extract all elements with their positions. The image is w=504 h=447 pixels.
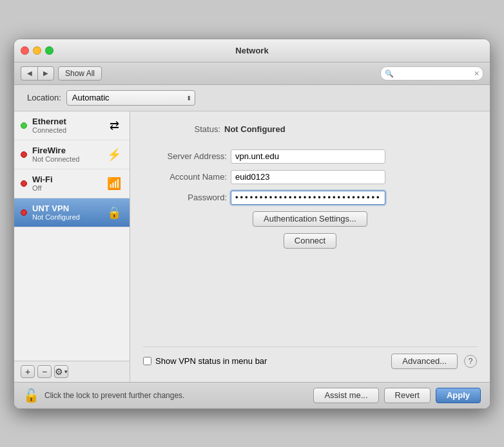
apply-button[interactable]: Apply (436, 388, 481, 403)
firewire-status: Not Connected (32, 155, 100, 163)
forward-button[interactable]: ▶ (37, 66, 54, 81)
untvpn-name: UNT VPN (32, 204, 100, 213)
add-button[interactable]: + (21, 365, 35, 378)
assist-me-button[interactable]: Assist me... (313, 388, 378, 403)
connect-row: Connect (143, 233, 477, 249)
password-label: Password: (143, 193, 227, 202)
status-field-value: Not Configured (224, 124, 286, 134)
status-field-label: Status: (143, 124, 220, 134)
ethernet-name: Ethernet (32, 117, 100, 126)
search-icon: 🔍 (385, 69, 394, 77)
server-address-label: Server Address: (143, 151, 227, 161)
vpn-lock-icon: 🔒 (105, 204, 123, 222)
ethernet-status-dot (21, 122, 27, 129)
show-all-button[interactable]: Show All (58, 66, 102, 81)
sidebar-item-untvpn[interactable]: UNT VPN Not Configured 🔒 (14, 198, 130, 227)
location-select[interactable]: Automatic Edit Locations... (66, 90, 195, 106)
wifi-status: Off (32, 184, 100, 192)
server-address-row: Server Address: (143, 149, 477, 164)
back-button[interactable]: ◀ (21, 66, 37, 81)
minimize-button[interactable] (33, 46, 41, 55)
server-address-input[interactable] (231, 149, 385, 164)
location-bar: Location: Automatic Edit Locations... (14, 85, 490, 111)
traffic-lights (21, 46, 53, 55)
location-select-wrap: Automatic Edit Locations... (66, 90, 195, 106)
bottom-bar: 🔓 Click the lock to prevent further chan… (14, 382, 490, 408)
advanced-button[interactable]: Advanced... (391, 354, 458, 369)
help-button[interactable]: ? (464, 355, 477, 368)
ethernet-status: Connected (32, 126, 100, 134)
wifi-icon: 📶 (105, 175, 123, 193)
network-window: Network ◀ ▶ Show All 🔍 ✕ Location: Autom… (14, 39, 490, 409)
window-title: Network (235, 46, 268, 55)
search-clear-icon[interactable]: ✕ (474, 69, 480, 77)
close-button[interactable] (21, 46, 29, 55)
vpn-status-checkbox-label: Show VPN status in menu bar (155, 356, 267, 366)
status-row: Status: Not Configured (143, 124, 477, 134)
vpn-status-checkbox-wrap: Show VPN status in menu bar (143, 356, 267, 366)
bottom-buttons: Assist me... Revert Apply (313, 388, 481, 403)
nav-button-group: ◀ ▶ (21, 66, 54, 81)
account-name-row: Account Name: (143, 170, 477, 184)
detail-footer: Show VPN status in menu bar Advanced... … (143, 347, 477, 369)
revert-button[interactable]: Revert (384, 388, 431, 403)
titlebar: Network (14, 39, 490, 62)
sidebar-footer: + − ⚙ ▾ (14, 361, 130, 382)
sidebar-list: Ethernet Connected ⇄ FireWire Not Connec… (14, 111, 130, 361)
untvpn-status-dot (21, 209, 27, 216)
password-input[interactable] (231, 191, 385, 205)
account-name-label: Account Name: (143, 172, 227, 182)
location-label: Location: (27, 93, 61, 102)
main-content: Ethernet Connected ⇄ FireWire Not Connec… (14, 111, 490, 382)
wifi-status-dot (21, 180, 27, 187)
ethernet-icon: ⇄ (105, 117, 123, 135)
firewire-status-dot (21, 151, 27, 158)
wifi-name: Wi-Fi (32, 175, 100, 184)
sidebar-item-ethernet[interactable]: Ethernet Connected ⇄ (14, 111, 130, 140)
sidebar-item-firewire[interactable]: FireWire Not Connected ⚡ (14, 140, 130, 169)
remove-button[interactable]: − (37, 365, 52, 378)
chevron-down-icon: ▾ (64, 368, 68, 375)
lock-icon[interactable]: 🔓 (23, 388, 39, 403)
firewire-icon: ⚡ (105, 146, 123, 164)
sidebar: Ethernet Connected ⇄ FireWire Not Connec… (14, 111, 130, 382)
search-box: 🔍 ✕ (380, 66, 483, 81)
vpn-form: Server Address: Account Name: Password: … (143, 149, 477, 347)
search-input[interactable] (380, 66, 483, 81)
lock-message: Click the lock to prevent further change… (44, 391, 308, 400)
gear-icon: ⚙ (55, 366, 63, 377)
settings-button[interactable]: ⚙ ▾ (54, 365, 68, 378)
password-row: Password: (143, 191, 477, 205)
untvpn-status: Not Configured (32, 213, 100, 221)
auth-settings-button[interactable]: Authentication Settings... (253, 211, 367, 227)
detail-panel: Status: Not Configured Server Address: A… (130, 111, 490, 382)
maximize-button[interactable] (45, 46, 53, 55)
firewire-name: FireWire (32, 146, 100, 155)
vpn-status-checkbox[interactable] (143, 357, 151, 365)
connect-button[interactable]: Connect (284, 233, 336, 249)
sidebar-item-wifi[interactable]: Wi-Fi Off 📶 (14, 169, 130, 198)
account-name-input[interactable] (231, 170, 385, 184)
auth-settings-row: Authentication Settings... (143, 211, 477, 227)
toolbar: ◀ ▶ Show All 🔍 ✕ (14, 62, 490, 85)
